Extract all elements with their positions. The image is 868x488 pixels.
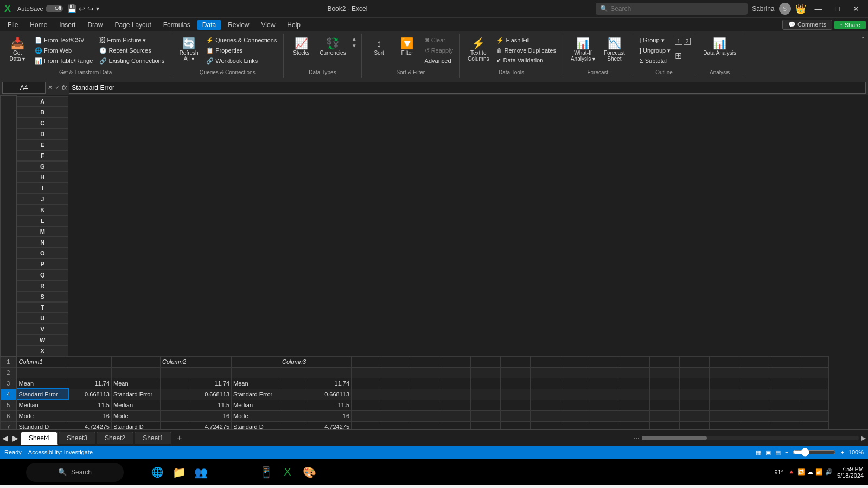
table-cell[interactable] [799,367,829,378]
table-cell[interactable] [620,400,650,410]
table-cell[interactable] [352,400,381,410]
redo-icon[interactable]: ↪ [87,4,94,13]
row-num[interactable]: 1 [1,356,17,367]
table-cell[interactable] [710,421,739,429]
table-cell[interactable]: Mean [112,378,161,389]
table-cell[interactable]: Median [112,400,161,410]
table-cell[interactable] [590,400,620,410]
data-types-down[interactable]: ▼ [352,43,357,49]
remove-dupes-button[interactable]: 🗑 Remove Duplicates [494,46,558,55]
currencies-button[interactable]: 💱 Currencies [316,36,349,58]
table-cell[interactable] [471,400,501,410]
flash-fill-button[interactable]: ⚡ Flash Fill [494,36,558,45]
table-cell[interactable] [531,421,560,429]
table-cell[interactable] [471,389,501,400]
table-cell[interactable]: Mode [17,410,68,421]
table-cell[interactable] [739,378,769,389]
subtotal-button[interactable]: Σ Subtotal [637,56,673,65]
formula-input[interactable] [69,82,866,94]
table-cell[interactable]: Standard D [112,421,161,429]
table-cell[interactable] [650,410,680,421]
ribbon-collapse-button[interactable]: ⌃ [860,36,866,43]
table-cell[interactable] [769,421,799,429]
col-header-F[interactable]: F [17,150,68,161]
taskbar-search[interactable]: 🔍 Search [26,463,124,482]
table-cell[interactable] [739,389,769,400]
from-picture-button[interactable]: 🖼 From Picture ▾ [97,36,167,45]
table-cell[interactable] [739,400,769,410]
table-cell[interactable] [680,378,710,389]
comments-button[interactable]: 💬 Comments [782,20,832,30]
table-cell[interactable] [280,421,308,429]
forecast-sheet-button[interactable]: 📉 ForecastSheet [601,36,628,64]
table-cell[interactable] [471,367,501,378]
table-cell[interactable] [799,389,829,400]
table-cell[interactable]: 16 [68,410,112,421]
table-cell[interactable] [501,410,531,421]
table-cell[interactable] [531,400,560,410]
table-cell[interactable] [799,421,829,429]
table-cell[interactable] [560,356,590,367]
taskbar-excel[interactable]: X [278,463,297,482]
reapply-button[interactable]: ↺ Reapply [423,46,455,55]
table-cell[interactable]: Standard D [17,421,68,429]
table-cell[interactable] [590,356,620,367]
table-cell[interactable] [560,389,590,400]
table-cell[interactable]: Mode [232,410,280,421]
add-sheet-button[interactable]: + [173,432,186,444]
ungroup-button[interactable]: ] Ungroup ▾ [637,46,673,55]
search-input[interactable] [610,5,743,12]
group-button[interactable]: [ Group ▾ [637,36,673,45]
table-cell[interactable] [710,378,739,389]
zoom-slider[interactable] [793,448,836,457]
table-cell[interactable] [531,367,560,378]
table-cell[interactable]: 4.724275 [308,421,352,429]
table-cell[interactable] [501,421,531,429]
recent-sources-button[interactable]: 🕐 Recent Sources [97,46,167,55]
table-cell[interactable] [560,400,590,410]
start-button[interactable]: ⊞ [4,463,24,482]
table-cell[interactable] [471,378,501,389]
tray-icon-volume[interactable]: 🔊 [825,468,833,476]
table-cell[interactable] [650,367,680,378]
view-page-button[interactable]: ▣ [765,449,771,456]
table-cell[interactable] [17,367,68,378]
existing-connections-button[interactable]: 🔗 Existing Connections [97,56,167,66]
table-cell[interactable] [739,421,769,429]
table-cell[interactable] [352,389,381,400]
table-cell[interactable] [308,367,352,378]
menu-review[interactable]: Review [222,20,254,30]
menu-home[interactable]: Home [24,20,53,30]
table-cell[interactable] [411,421,441,429]
table-cell[interactable] [710,367,739,378]
col-header-E[interactable]: E [17,139,68,150]
clear-button[interactable]: ✖ Clear [423,36,455,45]
table-cell[interactable] [280,400,308,410]
table-cell[interactable] [501,378,531,389]
taskbar-app2[interactable]: 🎨 [299,463,319,482]
table-cell[interactable] [531,410,560,421]
queries-connections-button[interactable]: ⚡ Queries & Connections [204,36,279,45]
table-cell[interactable] [441,421,471,429]
sort-button[interactable]: ↕ Sort [366,36,392,58]
table-cell[interactable] [501,389,531,400]
table-cell[interactable] [352,367,381,378]
table-cell[interactable] [620,367,650,378]
sheet-tab-sheet2[interactable]: Sheet2 [97,432,133,444]
table-cell[interactable] [650,356,680,367]
col-header-D[interactable]: D [17,129,68,139]
advanced-button[interactable]: Advanced [423,56,455,65]
table-cell[interactable] [471,410,501,421]
table-cell[interactable]: 4.724275 [68,421,112,429]
col-header-Q[interactable]: Q [17,269,68,280]
table-cell[interactable] [531,389,560,400]
col-header-J[interactable]: J [17,194,68,204]
from-text-csv-button[interactable]: 📄 From Text/CSV [33,36,95,45]
taskbar-clock[interactable]: 7:59 PM 5/18/2024 [837,466,864,479]
table-cell[interactable] [620,378,650,389]
from-table-button[interactable]: 📊 From Table/Range [33,56,95,66]
grid-container[interactable]: A B C D E F G H I J K L M N O P Q [0,95,868,429]
table-cell[interactable]: 0.668113 [68,389,112,400]
table-cell[interactable] [68,367,112,378]
table-cell[interactable] [68,356,112,367]
